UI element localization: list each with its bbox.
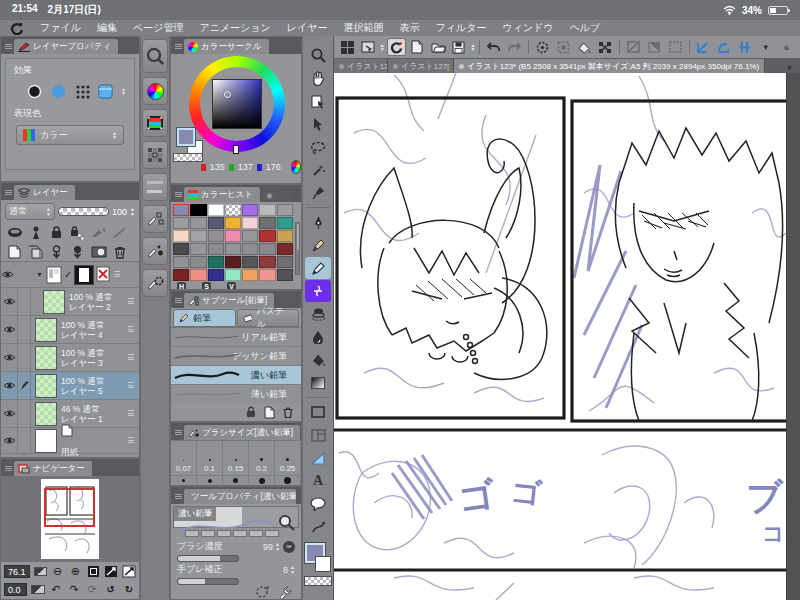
main-transparent-swatch[interactable] (304, 576, 332, 586)
edit-tool-detail-icon[interactable] (278, 514, 295, 531)
density-stepper[interactable]: ▲▼ (275, 542, 280, 551)
paper-layer-row[interactable]: 用紙 ☰ (1, 428, 139, 454)
line-correction-tool[interactable] (305, 516, 331, 538)
color-slider-dock-button[interactable] (142, 173, 168, 201)
undo-icon[interactable] (484, 38, 503, 56)
brush-size-cell[interactable]: 0.1 (197, 441, 223, 475)
panel-grip-icon[interactable] (173, 294, 184, 306)
color-history-dock-button[interactable] (142, 109, 168, 137)
color-swatch[interactable] (242, 243, 258, 255)
layer-menu-icon[interactable]: ☰ (127, 297, 139, 306)
color-swatch[interactable] (190, 269, 206, 281)
sub-tool-item[interactable]: 薄い鉛筆 (171, 385, 301, 403)
page-folder-row[interactable]: ▼ ✓ ☰ (1, 262, 139, 288)
rotate-right-icon[interactable]: ↷ (67, 582, 81, 597)
color-wheel[interactable] (171, 54, 301, 158)
reset-tool-icon[interactable] (255, 585, 269, 599)
lock-transparent-pixels-icon[interactable] (68, 224, 87, 241)
color-swatch[interactable] (242, 256, 258, 268)
color-swatch[interactable] (277, 217, 293, 229)
add-subtool-icon[interactable] (264, 406, 275, 419)
color-swatch[interactable] (173, 230, 189, 242)
deselect-icon[interactable] (533, 38, 552, 56)
color-swatch[interactable] (225, 217, 241, 229)
layer-menu-icon[interactable]: ☰ (127, 353, 139, 362)
visibility-eye-icon[interactable] (1, 288, 18, 315)
zoom-tool[interactable] (305, 44, 331, 66)
document-tab[interactable]: イラスト126[ (334, 59, 388, 73)
color-swatch[interactable] (208, 256, 224, 268)
value-channel-label[interactable]: V (227, 282, 236, 290)
color-swatch[interactable] (225, 204, 241, 216)
delete-layer-icon[interactable] (110, 243, 129, 260)
layer-thumbnail[interactable] (35, 318, 57, 342)
menu-window[interactable]: ウィンドウ (502, 21, 553, 35)
transparent-color-swatch[interactable] (173, 153, 203, 162)
brush-size-cell[interactable]: 0.07 (171, 441, 197, 475)
object-select-tool[interactable] (305, 113, 331, 135)
color-swatch[interactable] (190, 204, 206, 216)
color-swatch[interactable] (259, 243, 275, 255)
visibility-eye-icon[interactable] (1, 372, 18, 399)
marker-tool[interactable] (305, 234, 331, 256)
layer-row[interactable]: 100 % 通常レイヤー 4 ☰ (1, 316, 139, 344)
sub-tool-item[interactable]: デッサン鉛筆 (171, 347, 301, 366)
tool-preview[interactable]: 濃い鉛筆 (173, 506, 299, 528)
menu-view[interactable]: 表示 (400, 21, 420, 35)
navigator-preview[interactable] (1, 476, 139, 562)
new-folder-icon[interactable] (26, 243, 45, 260)
menu-help[interactable]: ヘルプ (570, 21, 601, 35)
history-camera-icon[interactable] (260, 191, 278, 200)
layer-split-icon[interactable] (645, 38, 664, 56)
color-swatch[interactable] (242, 204, 258, 216)
canvas-area[interactable]: ゴ ゴ ブ コ (334, 73, 800, 600)
color-swatch[interactable] (259, 204, 275, 216)
brush-size-dock-button[interactable] (142, 237, 168, 265)
airbrush-tool[interactable] (305, 303, 331, 325)
visibility-eye-icon[interactable] (1, 428, 18, 453)
navigator-tab[interactable]: ナビゲーター (14, 461, 92, 476)
color-swatch[interactable] (208, 217, 224, 229)
brush-size-cell[interactable]: 0.15 (223, 441, 249, 475)
set-as-draft-icon[interactable] (89, 224, 108, 241)
layer-menu-icon[interactable]: ☰ (127, 409, 139, 418)
color-swatch[interactable] (208, 204, 224, 216)
expression-color-select[interactable]: カラー ▲▼ (16, 125, 124, 145)
blend-tool[interactable] (305, 326, 331, 348)
snap-to-ruler-icon[interactable] (694, 38, 713, 56)
collapse-palette-icon[interactable]: « (777, 38, 796, 56)
eyedropper-tool[interactable] (305, 182, 331, 204)
color-swatch[interactable] (277, 256, 293, 268)
panel-grip-icon[interactable] (173, 188, 184, 200)
rotate-flip-right-icon[interactable]: ↻ (122, 582, 136, 597)
color-swatch[interactable] (277, 204, 293, 216)
layer-thumbnail[interactable] (35, 346, 57, 370)
color-swatch[interactable] (190, 230, 206, 242)
layer-menu-icon[interactable]: ☰ (113, 270, 125, 279)
color-swatch[interactable] (259, 269, 275, 281)
color-swatch[interactable] (208, 243, 224, 255)
expand-chevron-icon[interactable]: ▼ (36, 271, 43, 278)
layer-thumbnail[interactable] (43, 290, 65, 314)
clip-studio-launcher-button[interactable] (387, 38, 406, 56)
more-commands-icon[interactable]: ▼ (756, 38, 775, 56)
color-swatch[interactable] (242, 269, 258, 281)
color-swatch[interactable] (242, 230, 258, 242)
document-tab[interactable]: イラスト127[ (388, 59, 454, 73)
brush-density-slider[interactable] (177, 555, 239, 562)
layer-row-selected[interactable]: 100 % 通常レイヤー 5 ☰ (1, 372, 139, 400)
redo-icon[interactable] (505, 38, 524, 56)
color-swatch[interactable] (173, 269, 189, 281)
color-swatch[interactable] (190, 217, 206, 229)
panel-grip-icon[interactable] (3, 462, 14, 474)
color-swatch[interactable] (225, 256, 241, 268)
text-tool[interactable]: A (305, 470, 331, 492)
layer-row[interactable]: 100 % 通常レイヤー 3 ☰ (1, 344, 139, 372)
rotation-slider[interactable] (31, 585, 45, 594)
snap-to-grid-icon[interactable] (735, 38, 754, 56)
paper-thumbnail[interactable] (35, 429, 57, 453)
color-circle-tab[interactable]: カラーサークル (184, 39, 269, 54)
opacity-slider[interactable] (58, 207, 109, 216)
clip-studio-menu-logo[interactable] (10, 22, 24, 35)
color-swatch[interactable] (208, 269, 224, 281)
